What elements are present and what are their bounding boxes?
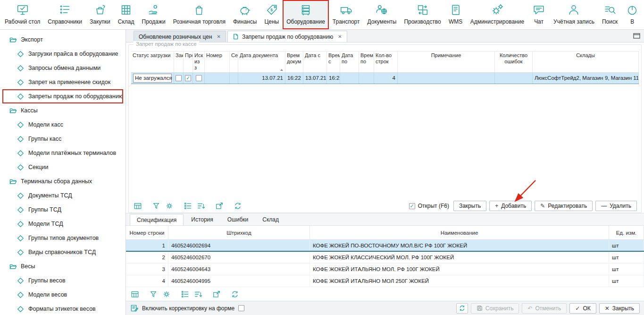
tree-item-discount-ban[interactable]: Запрет на применение скидок — [2, 75, 123, 89]
tree-item-sections[interactable]: Секции — [2, 160, 123, 174]
numbered-list-icon[interactable] — [180, 289, 190, 299]
ribbon-item-sales[interactable]: Продажи — [138, 0, 169, 29]
tree-item-equipment-sales-bans[interactable]: Запреты продаж по оборудованию — [2, 89, 123, 103]
column-header-status[interactable]: Статус загрузки — [131, 51, 174, 72]
column-header-warehouses[interactable]: Склады — [533, 51, 639, 72]
column-header-exclude[interactable]: Иск из з — [193, 51, 205, 72]
tab-specification[interactable]: Спецификация — [130, 214, 184, 225]
maximize-panel-icon[interactable] — [633, 33, 640, 39]
ribbon-item-account[interactable]: Учётная запись — [550, 0, 598, 29]
tab-errors[interactable]: Ошибки — [221, 214, 255, 225]
tree-folder-scales[interactable]: Весы — [2, 259, 123, 273]
ribbon-item-desktop[interactable]: Рабочий стол — [1, 0, 44, 29]
grid-row-selected[interactable]: Не загружался ✓ 13.07.21 16:22 13.07.21 … — [131, 73, 639, 84]
edit-button[interactable]: ✎Редактировать — [535, 201, 593, 211]
tree-item-tsd-groups[interactable]: Группы ТСД — [2, 203, 123, 217]
column-header-time-from[interactable]: Врем с — [327, 51, 340, 72]
column-header-error-count[interactable]: Количество ошибок — [495, 51, 533, 72]
column-header-doc-time[interactable]: Врем докум — [285, 51, 303, 72]
spec-row[interactable]: 3 4605246004643 КОФЕ ЖОКЕЙ ИТАЛЬЯНО МОЛ.… — [126, 264, 644, 275]
add-button[interactable]: +Добавить — [489, 201, 532, 211]
gear-icon[interactable] — [162, 289, 171, 299]
grid-view-icon[interactable] — [130, 289, 140, 299]
tree-item-scale-label-formats[interactable]: Форматы этикеток весов — [2, 302, 123, 315]
tree-item-tsd-documents[interactable]: Документы ТСД — [2, 188, 123, 203]
column-header-name[interactable]: Наименование — [310, 226, 609, 239]
column-header-row-count[interactable]: Кол-во строк — [374, 51, 398, 72]
gear-icon[interactable] — [165, 201, 174, 211]
tree-item-scale-models[interactable]: Модели весов — [2, 288, 123, 302]
ribbon-item-wms[interactable]: WMS — [445, 0, 467, 29]
sorted-list-icon[interactable] — [196, 201, 206, 211]
ribbon-item-references[interactable]: Справочники — [44, 0, 86, 29]
ribbon-item-chat[interactable]: Чат — [528, 0, 550, 29]
save-button[interactable]: Сохранить — [471, 303, 519, 314]
ribbon-item-documents[interactable]: Документы — [364, 0, 401, 29]
tree-item-tsd-reference-types[interactable]: Виды справочников ТСД — [2, 245, 123, 259]
tab-warehouse[interactable]: Склад — [256, 214, 285, 225]
ribbon-item-equipment[interactable]: Оборудование — [283, 0, 329, 29]
sorted-list-icon[interactable] — [193, 289, 203, 299]
column-header-date-from[interactable]: Дата с — [303, 51, 327, 72]
tree-folder-data-terminals[interactable]: Терминалы сбора данных — [2, 174, 123, 188]
spec-row[interactable]: 2 4605246002670 КОФЕ ЖОКЕЙ КЛАССИЧЕСКИЙ … — [126, 252, 644, 264]
ribbon-item-production[interactable]: Производство — [400, 0, 444, 29]
cancel-button[interactable]: ↶Отменить — [522, 303, 567, 314]
status-editor[interactable]: Не загружался — [133, 74, 172, 83]
close-tab-icon[interactable]: ✕ — [336, 34, 342, 39]
close-form-button[interactable]: ✕Закрыть — [599, 303, 640, 314]
column-header-zak[interactable]: Зак — [174, 51, 184, 72]
exclude-checkbox[interactable] — [196, 75, 202, 81]
refresh-icon[interactable] — [233, 201, 243, 211]
open-f6-checkbox[interactable]: ✓ — [409, 203, 415, 209]
close-tab-icon[interactable]: ✕ — [216, 34, 221, 39]
ribbon-item-transport[interactable]: Транспорт — [329, 0, 364, 29]
tree-item-cash-register-groups[interactable]: Группы касс — [2, 132, 123, 146]
tree-item-price-uploads[interactable]: Загрузки прайса в оборудование — [2, 47, 123, 61]
ribbon-item-purchases[interactable]: Закупки — [86, 0, 114, 29]
column-header-number[interactable]: Номер — [205, 51, 230, 72]
close-record-button[interactable]: Закрыть — [453, 201, 486, 211]
ribbon-item-warehouse[interactable]: Склад — [114, 0, 138, 29]
spec-row[interactable]: 1 4605246002694 КОФЕ ЖОКЕЙ ПО-ВОСТОЧНОМУ… — [126, 240, 644, 252]
zak-checkbox[interactable] — [176, 75, 182, 81]
column-header-time-to[interactable]: Врем по — [359, 51, 374, 72]
column-header-series[interactable]: Сер — [230, 51, 238, 72]
numbered-list-icon[interactable] — [183, 201, 192, 211]
pro-checkbox[interactable]: ✓ — [185, 75, 191, 81]
tab-equipment-sales-bans[interactable]: Запреты продаж по оборудованию ✕ — [227, 31, 347, 42]
ribbon-item-administration[interactable]: Администрирование — [467, 0, 528, 29]
delete-button[interactable]: —Удалить — [595, 201, 637, 211]
column-header-pro[interactable]: Про — [184, 51, 193, 72]
refresh-form-button[interactable] — [456, 303, 468, 314]
tree-item-scale-groups[interactable]: Группы весов — [2, 273, 123, 288]
ribbon-item-finance[interactable]: Финансы — [229, 0, 260, 29]
column-header-unit[interactable]: Ед. изм. — [609, 226, 644, 239]
open-external-icon[interactable] — [212, 289, 221, 299]
column-header-date-to[interactable]: Дата по — [340, 51, 359, 72]
tree-folder-cash-registers[interactable]: Кассы — [2, 103, 123, 118]
refresh-icon[interactable] — [230, 289, 240, 299]
spec-row[interactable]: 4 4605246004995 КОФЕ ЖОКЕЙ ИТАЛЬЯНО МОЛ … — [126, 275, 644, 287]
tree-folder-export[interactable]: Экспорт — [2, 33, 123, 47]
column-header-note[interactable]: Примечание — [398, 51, 495, 72]
grid-view-icon[interactable] — [133, 201, 142, 211]
tab-history[interactable]: История — [184, 214, 220, 225]
column-header-barcode[interactable]: Штрихкод — [168, 226, 310, 239]
filter-icon[interactable] — [149, 289, 158, 299]
tree-item-document-type-groups[interactable]: Группы типов документов — [2, 231, 123, 245]
ribbon-item-session[interactable]: В — [621, 0, 643, 29]
column-header-line-number[interactable]: Номер строки — [126, 226, 168, 239]
ribbon-item-search[interactable]: Поиск — [598, 0, 621, 29]
tree-item-cash-register-models[interactable]: Модели касс — [2, 118, 123, 132]
tree-item-data-exchange-requests[interactable]: Запросы обмена данными — [2, 61, 123, 75]
ribbon-item-retail[interactable]: Розничная торговля — [169, 0, 229, 29]
ribbon-item-prices[interactable]: $ Цены — [260, 0, 283, 29]
open-external-icon[interactable] — [215, 201, 224, 211]
filter-icon[interactable] — [151, 201, 161, 211]
tree-item-tsd-models[interactable]: Модели ТСД — [2, 217, 123, 231]
tree-item-payment-terminal-models[interactable]: Модели платёжных терминалов — [2, 146, 123, 160]
ok-button[interactable]: ✓ОК — [569, 303, 596, 314]
tab-retail-price-update[interactable]: Обновление розничных цен ✕ — [134, 31, 226, 42]
correction-checkbox[interactable] — [238, 305, 244, 311]
